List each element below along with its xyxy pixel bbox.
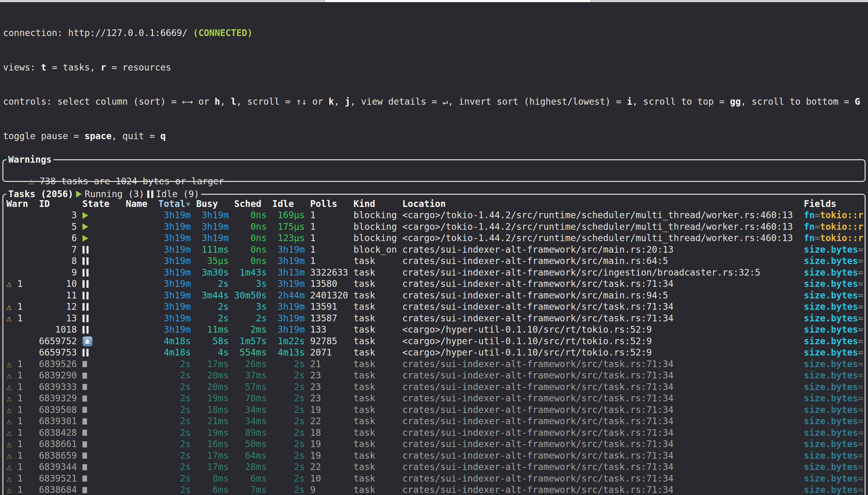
completed-state-icon: [82, 407, 87, 413]
task-row[interactable]: 73h19m111ms0ns3h19m1block_oncrates/sui-i…: [6, 244, 865, 256]
task-total: 3h19m: [158, 233, 191, 244]
task-row[interactable]: ⚠ 1133h19m2s2s3h19m13587taskcrates/sui-i…: [6, 313, 865, 324]
task-polls: 1: [310, 221, 348, 233]
toggle-segment: , quit =: [112, 131, 160, 141]
field-equals: =: [858, 484, 864, 495]
task-row[interactable]: 63h19m3h19m0ns123µs1blocking<cargo>/toki…: [6, 233, 865, 244]
column-header-busy[interactable]: Busy: [196, 198, 229, 210]
task-row[interactable]: 53h19m3h19m0ns175µs1blocking<cargo>/toki…: [6, 221, 865, 233]
column-header-sched[interactable]: Sched: [234, 198, 267, 210]
task-row[interactable]: ⚠ 168395262s17ms26ms2s21taskcrates/sui-i…: [6, 359, 865, 370]
task-row[interactable]: ⚠ 168386592s17ms64ms2s19taskcrates/sui-i…: [6, 450, 865, 462]
task-row[interactable]: ⚠ 168393292s19ms78ms2s23taskcrates/sui-i…: [6, 393, 865, 404]
pause-icon: [147, 190, 153, 198]
field-key: size.bytes: [804, 382, 858, 392]
idle-state-icon: [82, 280, 88, 288]
warnings-panel-title: Warnings: [6, 154, 53, 166]
field-equals: =: [858, 313, 864, 324]
task-row[interactable]: ⚠ 1103h19m2s3s3h19m13580taskcrates/sui-i…: [6, 278, 865, 290]
task-busy: 3h19m: [196, 221, 229, 233]
completed-state-icon: [82, 464, 87, 470]
task-sched: 0ns: [234, 233, 267, 244]
task-fields: size.bytes=: [804, 359, 865, 370]
task-kind: blocking: [354, 233, 397, 244]
task-row[interactable]: 66597524m18s58s1m57s1m22s92785task<cargo…: [6, 336, 865, 347]
scrollbar-thumb[interactable]: [324, 0, 591, 2]
task-warn-count: ⚠ 1: [6, 461, 34, 473]
window-top-strip: [0, 0, 868, 2]
field-key: size.bytes: [804, 302, 858, 312]
column-header-idle[interactable]: Idle: [272, 198, 305, 210]
task-state: [82, 235, 120, 242]
task-row[interactable]: ⚠ 168395082s18ms34ms2s19taskcrates/sui-i…: [6, 404, 865, 416]
task-row[interactable]: ⚠ 1123h19m2s3s3h19m13591taskcrates/sui-i…: [6, 301, 865, 313]
task-fields: size.bytes=: [804, 484, 865, 495]
table-rows: 33h19m3h19m0ns169µs1blocking<cargo>/toki…: [6, 210, 865, 495]
task-location: crates/sui-indexer-alt-framework/src/tas…: [402, 450, 798, 462]
warning-icon: ⚠: [6, 313, 12, 324]
task-sched: 34ms: [234, 416, 267, 427]
task-id: 12: [39, 301, 77, 313]
task-state: [82, 314, 120, 322]
task-polls: 23: [310, 370, 348, 381]
task-idle: 2s: [272, 359, 305, 370]
views-segment: t: [41, 62, 46, 73]
task-row[interactable]: 10183h19m11ms2ms3h19m133task<cargo>/hype…: [6, 324, 865, 336]
field-key: fn: [804, 233, 815, 243]
column-header-polls[interactable]: Polls: [310, 198, 348, 210]
task-row[interactable]: 33h19m3h19m0ns169µs1blocking<cargo>/toki…: [6, 210, 865, 221]
task-location: crates/sui-indexer-alt-framework/src/tas…: [402, 439, 798, 450]
column-header-fields[interactable]: Fields: [804, 198, 865, 210]
task-row[interactable]: ⚠ 168393332s20ms57ms2s23taskcrates/sui-i…: [6, 381, 865, 393]
controls-segment: G: [855, 97, 861, 107]
completed-state-icon: [82, 453, 87, 459]
field-key: size.bytes: [804, 290, 858, 301]
task-location: <cargo>/tokio-1.44.2/src/runtime/schedul…: [402, 221, 798, 233]
column-header-state[interactable]: State: [82, 198, 120, 210]
task-polls: 3322633: [310, 267, 348, 279]
task-id: 7: [39, 244, 77, 256]
task-row[interactable]: ⚠ 168386612s16ms50ms2s19taskcrates/sui-i…: [6, 439, 865, 450]
task-sched: 26ms: [234, 359, 267, 370]
controls-segment: h: [215, 97, 220, 107]
task-state: [82, 453, 120, 459]
task-sched: 78ms: [234, 393, 267, 404]
task-row[interactable]: ⚠ 168393442s17ms28ms2s22taskcrates/sui-i…: [6, 461, 865, 473]
completed-state-icon: [82, 395, 87, 402]
task-state: [82, 303, 120, 311]
task-row[interactable]: ⚠ 168393012s21ms34ms2s22taskcrates/sui-i…: [6, 416, 865, 427]
task-state: [82, 280, 120, 288]
task-row[interactable]: 93h19m3m30s1m43s3h13m3322633taskcrates/s…: [6, 267, 865, 279]
column-header-total[interactable]: Total▿: [158, 198, 191, 210]
field-equals: =: [815, 222, 820, 232]
task-warn-count: ⚠ 1: [6, 404, 34, 416]
task-row[interactable]: ⚠ 168395212s8ms6ms2s10taskcrates/sui-ind…: [6, 473, 865, 484]
task-sched: 64ms: [234, 450, 267, 462]
task-polls: 1: [310, 255, 348, 267]
idle-state-icon: [82, 326, 88, 334]
task-row[interactable]: ⚠ 168386842s6ms7ms2s9taskcrates/sui-inde…: [6, 484, 865, 495]
task-row[interactable]: ⚠ 168384282s19ms89ms2s18taskcrates/sui-i…: [6, 427, 865, 439]
task-fields: size.bytes=: [804, 336, 865, 347]
task-polls: 22: [310, 461, 348, 473]
task-busy: 17ms: [196, 359, 229, 370]
task-idle: 2h44m: [272, 290, 305, 302]
task-idle: 3h19m: [272, 324, 305, 336]
task-row[interactable]: 66597534m18s4s554ms4m13s2071task<cargo>/…: [6, 347, 865, 359]
column-header-kind[interactable]: Kind: [354, 198, 397, 210]
connection-line: connection: http://127.0.0.1:6669/ (CONN…: [3, 28, 868, 39]
column-header-name[interactable]: Name: [126, 198, 153, 210]
warning-icon: ⚠: [6, 416, 12, 426]
task-row[interactable]: 113h19m3m44s30m50s2h44m2401320taskcrates…: [6, 290, 865, 302]
controls-segment: gg: [730, 97, 741, 107]
task-state: [82, 257, 120, 265]
column-header-warn[interactable]: Warn: [6, 198, 34, 210]
task-total: 2s: [158, 450, 191, 462]
task-row[interactable]: 83h19m35µs0ns3h19m1taskcrates/sui-indexe…: [6, 255, 865, 267]
task-row[interactable]: ⚠ 168392902s20ms37ms2s23taskcrates/sui-i…: [6, 370, 865, 381]
task-kind: blocking: [354, 210, 397, 221]
column-header-id[interactable]: ID: [39, 198, 77, 210]
column-header-location[interactable]: Location: [402, 198, 798, 210]
task-busy: 3m44s: [196, 290, 229, 302]
task-sched: 0ns: [234, 210, 267, 221]
